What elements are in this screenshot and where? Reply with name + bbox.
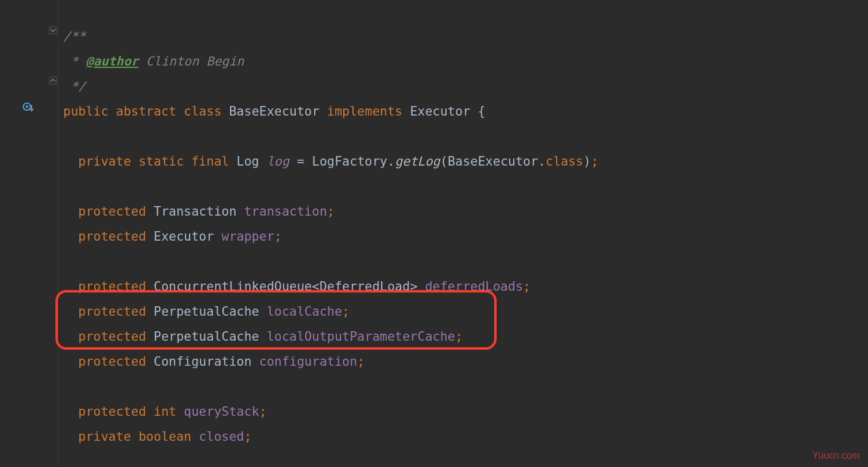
svg-rect-3 (49, 77, 57, 84)
code-line (58, 249, 868, 274)
gutter (0, 0, 58, 467)
code-line: private boolean closed; (58, 424, 868, 449)
svg-point-1 (26, 105, 28, 108)
code-line: protected PerpetualCache localCache; (58, 299, 868, 324)
code-line (58, 174, 868, 199)
code-line (58, 374, 868, 399)
code-line (58, 124, 868, 149)
svg-rect-2 (49, 27, 57, 34)
code-editor[interactable]: /** * @author Clinton Begin */ public ab… (0, 0, 868, 467)
code-line: protected ConcurrentLinkedQueue<Deferred… (58, 274, 868, 299)
fold-icon-close[interactable] (49, 76, 57, 86)
watermark: Yuucn.com (813, 450, 860, 461)
code-line: public abstract class BaseExecutor imple… (58, 99, 868, 124)
code-line: protected Executor wrapper; (58, 224, 868, 249)
code-area[interactable]: /** * @author Clinton Begin */ public ab… (58, 0, 868, 467)
code-line: /** (58, 24, 868, 49)
code-line: protected Configuration configuration; (58, 349, 868, 374)
fold-icon-open[interactable] (49, 26, 57, 36)
code-line: protected PerpetualCache localOutputPara… (58, 324, 868, 349)
code-line: private static final Log log = LogFactor… (58, 149, 868, 174)
code-line: * @author Clinton Begin (58, 49, 868, 74)
code-line: */ (58, 74, 868, 99)
implements-icon[interactable] (21, 101, 35, 117)
code-line: protected Transaction transaction; (58, 199, 868, 224)
code-line: protected int queryStack; (58, 399, 868, 424)
